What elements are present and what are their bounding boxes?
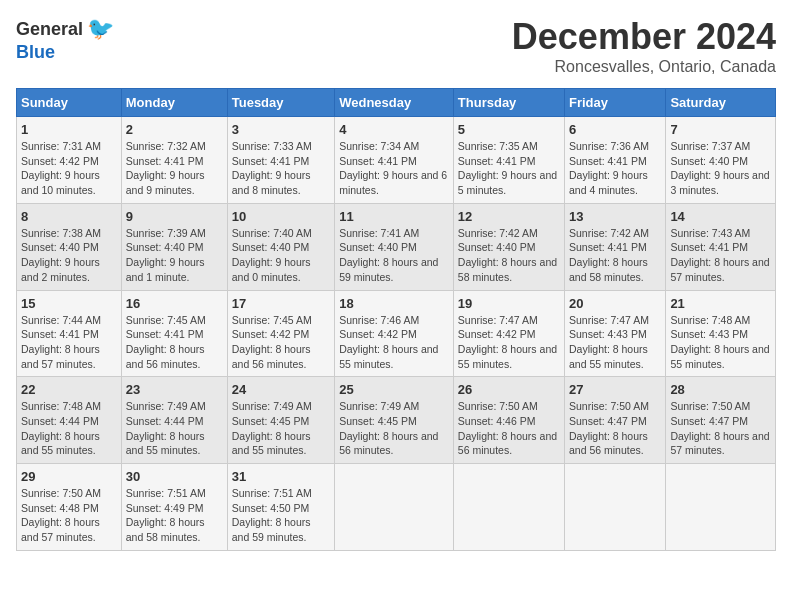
header-saturday: Saturday — [666, 89, 776, 117]
logo-general-text: General — [16, 19, 83, 40]
day-cell-22: 22 Sunrise: 7:48 AMSunset: 4:44 PMDaylig… — [17, 377, 122, 464]
day-cell-16: 16 Sunrise: 7:45 AMSunset: 4:41 PMDaylig… — [121, 290, 227, 377]
day-cell-15: 15 Sunrise: 7:44 AMSunset: 4:41 PMDaylig… — [17, 290, 122, 377]
day-cell-12: 12 Sunrise: 7:42 AMSunset: 4:40 PMDaylig… — [453, 203, 564, 290]
week-1: 1 Sunrise: 7:31 AMSunset: 4:42 PMDayligh… — [17, 117, 776, 204]
day-cell-11: 11 Sunrise: 7:41 AMSunset: 4:40 PMDaylig… — [335, 203, 454, 290]
day-cell-18: 18 Sunrise: 7:46 AMSunset: 4:42 PMDaylig… — [335, 290, 454, 377]
day-cell-29: 29 Sunrise: 7:50 AMSunset: 4:48 PMDaylig… — [17, 464, 122, 551]
logo-bird-icon: 🐦 — [87, 16, 114, 42]
day-cell-17: 17 Sunrise: 7:45 AMSunset: 4:42 PMDaylig… — [227, 290, 334, 377]
day-cell-8: 8 Sunrise: 7:38 AMSunset: 4:40 PMDayligh… — [17, 203, 122, 290]
header: General 🐦 Blue December 2024 Roncesvalle… — [16, 16, 776, 76]
day-cell-7: 7 Sunrise: 7:37 AMSunset: 4:40 PMDayligh… — [666, 117, 776, 204]
day-cell-24: 24 Sunrise: 7:49 AMSunset: 4:45 PMDaylig… — [227, 377, 334, 464]
page-container: General 🐦 Blue December 2024 Roncesvalle… — [16, 16, 776, 551]
day-cell-10: 10 Sunrise: 7:40 AMSunset: 4:40 PMDaylig… — [227, 203, 334, 290]
title-section: December 2024 Roncesvalles, Ontario, Can… — [512, 16, 776, 76]
empty-cell-2 — [453, 464, 564, 551]
day-cell-31: 31 Sunrise: 7:51 AMSunset: 4:50 PMDaylig… — [227, 464, 334, 551]
header-sunday: Sunday — [17, 89, 122, 117]
header-friday: Friday — [565, 89, 666, 117]
day-cell-23: 23 Sunrise: 7:49 AMSunset: 4:44 PMDaylig… — [121, 377, 227, 464]
header-monday: Monday — [121, 89, 227, 117]
week-5: 29 Sunrise: 7:50 AMSunset: 4:48 PMDaylig… — [17, 464, 776, 551]
calendar-table: Sunday Monday Tuesday Wednesday Thursday… — [16, 88, 776, 551]
day-cell-2: 2 Sunrise: 7:32 AMSunset: 4:41 PMDayligh… — [121, 117, 227, 204]
calendar-subtitle: Roncesvalles, Ontario, Canada — [512, 58, 776, 76]
calendar-header-row: Sunday Monday Tuesday Wednesday Thursday… — [17, 89, 776, 117]
logo-blue-text: Blue — [16, 42, 55, 62]
day-cell-5: 5 Sunrise: 7:35 AMSunset: 4:41 PMDayligh… — [453, 117, 564, 204]
day-cell-21: 21 Sunrise: 7:48 AMSunset: 4:43 PMDaylig… — [666, 290, 776, 377]
day-cell-14: 14 Sunrise: 7:43 AMSunset: 4:41 PMDaylig… — [666, 203, 776, 290]
calendar-title: December 2024 — [512, 16, 776, 58]
week-3: 15 Sunrise: 7:44 AMSunset: 4:41 PMDaylig… — [17, 290, 776, 377]
header-wednesday: Wednesday — [335, 89, 454, 117]
week-2: 8 Sunrise: 7:38 AMSunset: 4:40 PMDayligh… — [17, 203, 776, 290]
empty-cell-3 — [565, 464, 666, 551]
day-cell-13: 13 Sunrise: 7:42 AMSunset: 4:41 PMDaylig… — [565, 203, 666, 290]
day-cell-30: 30 Sunrise: 7:51 AMSunset: 4:49 PMDaylig… — [121, 464, 227, 551]
day-cell-26: 26 Sunrise: 7:50 AMSunset: 4:46 PMDaylig… — [453, 377, 564, 464]
day-cell-19: 19 Sunrise: 7:47 AMSunset: 4:42 PMDaylig… — [453, 290, 564, 377]
day-cell-28: 28 Sunrise: 7:50 AMSunset: 4:47 PMDaylig… — [666, 377, 776, 464]
day-cell-6: 6 Sunrise: 7:36 AMSunset: 4:41 PMDayligh… — [565, 117, 666, 204]
header-thursday: Thursday — [453, 89, 564, 117]
week-4: 22 Sunrise: 7:48 AMSunset: 4:44 PMDaylig… — [17, 377, 776, 464]
day-cell-25: 25 Sunrise: 7:49 AMSunset: 4:45 PMDaylig… — [335, 377, 454, 464]
day-cell-20: 20 Sunrise: 7:47 AMSunset: 4:43 PMDaylig… — [565, 290, 666, 377]
empty-cell-1 — [335, 464, 454, 551]
day-cell-1: 1 Sunrise: 7:31 AMSunset: 4:42 PMDayligh… — [17, 117, 122, 204]
day-cell-27: 27 Sunrise: 7:50 AMSunset: 4:47 PMDaylig… — [565, 377, 666, 464]
day-cell-4: 4 Sunrise: 7:34 AMSunset: 4:41 PMDayligh… — [335, 117, 454, 204]
day-cell-3: 3 Sunrise: 7:33 AMSunset: 4:41 PMDayligh… — [227, 117, 334, 204]
logo: General 🐦 Blue — [16, 16, 114, 63]
header-tuesday: Tuesday — [227, 89, 334, 117]
empty-cell-4 — [666, 464, 776, 551]
day-cell-9: 9 Sunrise: 7:39 AMSunset: 4:40 PMDayligh… — [121, 203, 227, 290]
